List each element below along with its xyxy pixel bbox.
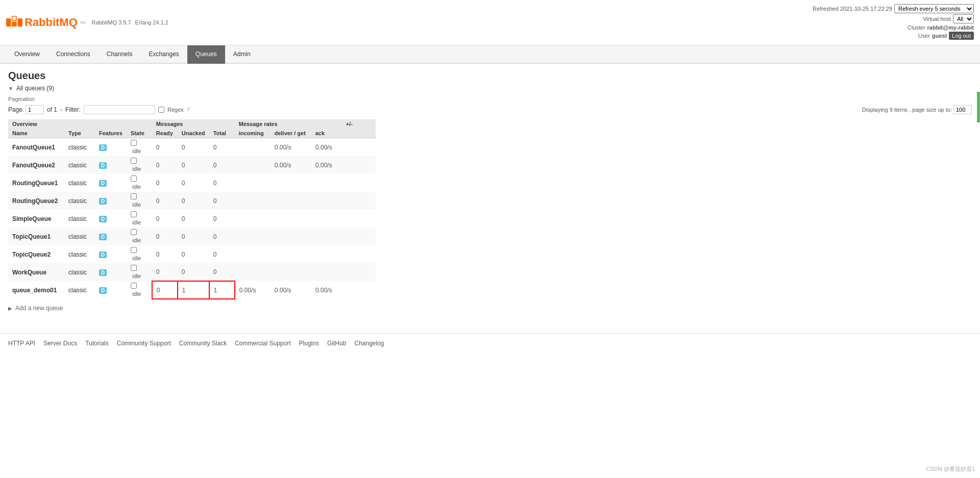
header-ready[interactable]: Ready	[152, 129, 178, 138]
header-unacked[interactable]: Unacked	[178, 129, 209, 138]
queue-extra[interactable]	[342, 281, 376, 299]
queue-state[interactable]: idle	[127, 281, 152, 299]
page-input[interactable]	[26, 105, 44, 114]
header-features[interactable]: Features	[95, 129, 127, 138]
nav-admin[interactable]: Admin	[225, 45, 259, 64]
queue-deliver-get[interactable]: 0.00/s	[271, 156, 311, 174]
table-row[interactable]: TopicQueue2classicD idle000	[8, 245, 376, 263]
queue-total[interactable]: 1	[209, 281, 235, 299]
queue-feature[interactable]: D	[95, 156, 127, 174]
queue-incoming[interactable]	[235, 245, 271, 263]
queue-ack[interactable]	[311, 192, 342, 210]
queue-state[interactable]: idle	[127, 192, 152, 210]
queue-ack[interactable]	[311, 174, 342, 192]
queue-feature[interactable]: D	[95, 228, 127, 245]
logout-button[interactable]: Log out	[949, 32, 974, 40]
table-row[interactable]: TopicQueue1classicD idle000	[8, 228, 376, 245]
queue-state[interactable]: idle	[127, 138, 152, 157]
queue-name[interactable]: SimpleQueue	[8, 210, 64, 228]
nav-overview[interactable]: Overview	[6, 45, 48, 64]
queue-unacked[interactable]: 0	[178, 210, 209, 228]
queue-total[interactable]: 0	[209, 245, 235, 263]
queue-feature[interactable]: D	[95, 263, 127, 281]
footer-link-community-slack[interactable]: Community Slack	[179, 340, 227, 347]
queue-state[interactable]: idle	[127, 210, 152, 228]
footer-link-server-docs[interactable]: Server Docs	[43, 340, 77, 347]
queue-ack[interactable]: 0.00/s	[311, 281, 342, 299]
header-state[interactable]: State	[127, 129, 152, 138]
all-queues-header[interactable]: ▼ All queues (9)	[8, 85, 972, 92]
nav-exchanges[interactable]: Exchanges	[140, 45, 187, 64]
queue-total[interactable]: 0	[209, 138, 235, 157]
queue-total[interactable]: 0	[209, 210, 235, 228]
table-row[interactable]: FanoutQueue1classicD idle0000.00/s0.00/s	[8, 138, 376, 157]
queue-unacked[interactable]: 0	[178, 174, 209, 192]
queue-ack[interactable]	[311, 210, 342, 228]
queue-incoming[interactable]	[235, 228, 271, 245]
queue-deliver-get[interactable]	[271, 228, 311, 245]
queue-extra[interactable]	[342, 138, 376, 157]
queue-ready[interactable]: 0	[152, 156, 178, 174]
queue-deliver-get[interactable]	[271, 174, 311, 192]
queue-unacked[interactable]: 0	[178, 138, 209, 157]
nav-channels[interactable]: Channels	[99, 45, 141, 64]
queue-extra[interactable]	[342, 228, 376, 245]
queue-ready[interactable]: 0	[152, 174, 178, 192]
queue-extra[interactable]	[342, 263, 376, 281]
nav-connections[interactable]: Connections	[48, 45, 99, 64]
table-row[interactable]: SimpleQueueclassicD idle000	[8, 210, 376, 228]
regex-checkbox[interactable]	[158, 107, 164, 113]
queue-ready[interactable]: 0	[152, 263, 178, 281]
queue-feature[interactable]: D	[95, 174, 127, 192]
queue-name[interactable]: queue_demo01	[8, 281, 64, 299]
queue-unacked[interactable]: 0	[178, 263, 209, 281]
queue-incoming[interactable]	[235, 210, 271, 228]
queue-incoming[interactable]	[235, 138, 271, 157]
queue-type[interactable]: classic	[64, 245, 95, 263]
plus-minus-cell[interactable]: +/-	[342, 119, 376, 129]
footer-link-commercial-support[interactable]: Commercial Support	[235, 340, 290, 347]
filter-input[interactable]	[84, 105, 155, 114]
header-ack[interactable]: ack	[311, 129, 342, 138]
queue-ack[interactable]: 0.00/s	[311, 138, 342, 157]
header-deliver-get[interactable]: deliver / get	[271, 129, 311, 138]
queue-type[interactable]: classic	[64, 138, 95, 157]
queue-ack[interactable]	[311, 263, 342, 281]
queue-total[interactable]: 0	[209, 192, 235, 210]
header-name[interactable]: Name	[8, 129, 64, 138]
queue-incoming[interactable]	[235, 192, 271, 210]
header-total[interactable]: Total	[209, 129, 235, 138]
queue-state[interactable]: idle	[127, 228, 152, 245]
queue-deliver-get[interactable]	[271, 263, 311, 281]
queue-name[interactable]: RoutingQueue2	[8, 192, 64, 210]
queue-deliver-get[interactable]	[271, 192, 311, 210]
queue-unacked[interactable]: 0	[178, 192, 209, 210]
queue-extra[interactable]	[342, 192, 376, 210]
queue-type[interactable]: classic	[64, 174, 95, 192]
queue-type[interactable]: classic	[64, 210, 95, 228]
queue-extra[interactable]	[342, 210, 376, 228]
queue-incoming[interactable]	[235, 174, 271, 192]
header-type[interactable]: Type	[64, 129, 95, 138]
queue-unacked[interactable]: 0	[178, 245, 209, 263]
queue-ready[interactable]: 0	[152, 228, 178, 245]
queue-ack[interactable]	[311, 228, 342, 245]
queue-total[interactable]: 0	[209, 156, 235, 174]
nav-queues[interactable]: Queues	[187, 45, 225, 64]
queue-incoming[interactable]	[235, 263, 271, 281]
table-row[interactable]: RoutingQueue2classicD idle000	[8, 192, 376, 210]
queue-state[interactable]: idle	[127, 245, 152, 263]
queue-type[interactable]: classic	[64, 228, 95, 245]
add-queue-section[interactable]: ▶ Add a new queue	[8, 305, 972, 312]
queue-feature[interactable]: D	[95, 281, 127, 299]
queue-state[interactable]: idle	[127, 174, 152, 192]
queue-state[interactable]: idle	[127, 263, 152, 281]
queue-ready[interactable]: 0	[152, 192, 178, 210]
queue-type[interactable]: classic	[64, 156, 95, 174]
refresh-select[interactable]: Refresh every 5 seconds Refresh every 10…	[894, 4, 974, 13]
vhost-select[interactable]: All	[953, 14, 974, 23]
queue-ready[interactable]: 0	[152, 138, 178, 157]
queue-type[interactable]: classic	[64, 192, 95, 210]
queue-total[interactable]: 0	[209, 174, 235, 192]
queue-deliver-get[interactable]	[271, 245, 311, 263]
